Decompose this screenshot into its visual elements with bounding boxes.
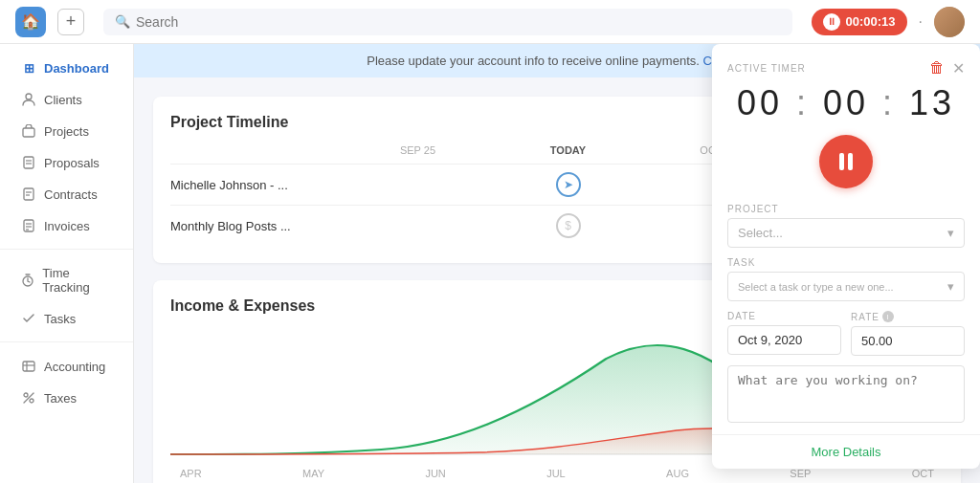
rate-field-label: RATE i (851, 311, 965, 322)
sidebar-item-tasks[interactable]: Tasks (6, 303, 127, 334)
task-select[interactable]: Select a task or type a new one... ▾ (727, 272, 965, 301)
pause-icon-large (839, 153, 853, 170)
notes-textarea[interactable] (727, 365, 965, 423)
sidebar-label-tasks: Tasks (44, 312, 76, 326)
sidebar-label-contracts: Contracts (44, 187, 98, 202)
task-field: TASK Select a task or type a new one... … (727, 257, 965, 301)
timer-badge-time: 00:00:13 (846, 14, 896, 29)
clients-icon (21, 92, 36, 107)
month-may: MAY (302, 468, 324, 479)
avatar[interactable] (934, 7, 965, 37)
search-icon: 🔍 (115, 14, 130, 29)
timeline-row-blog-label: Monthly Blog Posts ... (170, 219, 343, 233)
timeline-col-today: TODAY (493, 144, 643, 156)
project-field-label: PROJECT (727, 204, 965, 214)
delete-timer-button[interactable]: 🗑 (929, 59, 945, 77)
sidebar-label-invoices: Invoices (44, 219, 90, 233)
income-expenses-title: Income & Expenses (170, 297, 315, 315)
date-field: DATE (727, 311, 841, 356)
project-field: PROJECT Select... ▾ (727, 204, 965, 248)
sidebar-item-projects[interactable]: Projects (6, 116, 127, 146)
timer-popup-header: ACTIVE TIMER 🗑 ✕ (727, 59, 965, 77)
accounting-icon (21, 359, 36, 374)
tasks-icon (21, 311, 36, 326)
sidebar-item-contracts[interactable]: Contracts (6, 179, 127, 209)
sidebar: ⊞ Dashboard Clients Projects Proposals (0, 44, 134, 483)
timer-badge[interactable]: 00:00:13 (812, 9, 907, 35)
timer-popup-display: 00 : 00 : 13 (727, 83, 965, 123)
month-apr: APR (180, 468, 202, 479)
dashboard-icon: ⊞ (21, 60, 36, 76)
contracts-icon (21, 187, 36, 202)
sidebar-label-taxes: Taxes (44, 391, 77, 406)
close-timer-button[interactable]: ✕ (952, 59, 965, 77)
dollar-marker-start: $ (556, 213, 581, 238)
sidebar-label-proposals: Proposals (44, 156, 100, 170)
sidebar-item-taxes[interactable]: Taxes (6, 383, 127, 413)
svg-point-0 (26, 94, 32, 99)
timer-seconds: 13 (909, 83, 955, 122)
projects-icon (21, 123, 36, 139)
topbar: 🏠 + 🔍 00:00:13 · (0, 0, 980, 44)
ellipsis-menu[interactable]: · (919, 13, 923, 31)
sidebar-item-dashboard[interactable]: ⊞ Dashboard (6, 53, 127, 83)
app-logo: 🏠 (15, 7, 46, 37)
banner-text: Please update your account info to recei… (367, 54, 700, 68)
project-select[interactable]: Select... ▾ (727, 218, 965, 248)
svg-rect-1 (23, 128, 34, 137)
sidebar-label-time-tracking: Time Tracking (42, 266, 112, 295)
sidebar-label-accounting: Accounting (44, 360, 105, 374)
month-aug: AUG (666, 468, 689, 479)
svg-point-16 (24, 393, 28, 397)
proposals-icon (21, 155, 36, 170)
rate-input[interactable] (851, 326, 965, 356)
sidebar-item-invoices[interactable]: Invoices (6, 210, 127, 241)
rate-info-icon[interactable]: i (882, 311, 894, 322)
timeline-col-sep25: SEP 25 (343, 144, 493, 156)
sidebar-label-dashboard: Dashboard (44, 61, 109, 76)
svg-point-17 (30, 399, 33, 403)
pause-timer-button[interactable] (819, 135, 873, 188)
task-field-label: TASK (727, 257, 965, 268)
timer-popup: ACTIVE TIMER 🗑 ✕ 00 : 00 : 13 (712, 44, 980, 469)
date-input[interactable] (727, 325, 841, 355)
month-sep: SEP (790, 468, 811, 479)
sidebar-item-accounting[interactable]: Accounting (6, 351, 127, 382)
project-select-value: Select... (738, 226, 783, 240)
chart-month-labels: APR MAY JUN JUL AUG SEP OCT (170, 468, 944, 479)
timer-minutes: 00 (823, 83, 869, 122)
pause-icon-small (823, 13, 840, 31)
sidebar-label-clients: Clients (44, 93, 82, 107)
timeline-cell-2[interactable]: ➤ (493, 172, 643, 197)
invoices-icon (21, 218, 36, 233)
add-button[interactable]: + (57, 9, 84, 35)
pin-marker: ➤ (556, 172, 581, 197)
timer-popup-actions: 🗑 ✕ (929, 59, 965, 77)
date-rate-row: DATE RATE i (727, 311, 965, 356)
svg-rect-5 (24, 188, 33, 200)
time-tracking-icon (21, 273, 34, 288)
sidebar-item-clients[interactable]: Clients (6, 84, 127, 115)
date-field-label: DATE (727, 311, 841, 321)
task-select-value: Select a task or type a new one... (738, 281, 894, 293)
main-content-area: Please update your account info to recei… (134, 44, 980, 483)
rate-field: RATE i (851, 311, 965, 356)
month-jun: JUN (425, 468, 445, 479)
month-jul: JUL (546, 468, 566, 479)
taxes-icon (21, 390, 36, 406)
task-select-chevron: ▾ (947, 279, 954, 294)
timer-hours: 00 (737, 83, 783, 122)
sidebar-label-projects: Projects (44, 124, 89, 139)
topbar-right: 00:00:13 · (812, 7, 966, 37)
month-oct: OCT (912, 468, 934, 479)
project-select-chevron: ▾ (947, 226, 954, 240)
svg-rect-13 (23, 362, 34, 371)
search-input[interactable] (136, 14, 781, 30)
more-details-button[interactable]: More Details (712, 434, 980, 469)
search-box: 🔍 (103, 9, 792, 35)
active-timer-label: ACTIVE TIMER (727, 63, 806, 74)
sidebar-item-proposals[interactable]: Proposals (6, 147, 127, 178)
timeline-row-michelle-label: Michelle Johnson - ... (170, 178, 343, 192)
timeline-cell-blog-2[interactable]: $ (493, 213, 643, 238)
sidebar-item-time-tracking[interactable]: Time Tracking (6, 258, 127, 302)
